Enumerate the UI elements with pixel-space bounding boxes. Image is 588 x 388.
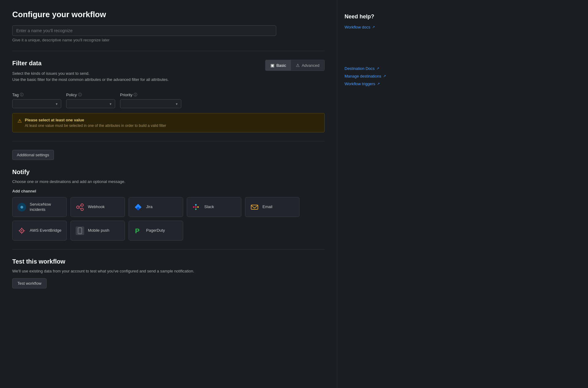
channel-grid: ⊕ ServiceNow incidents xyxy=(12,197,325,241)
svg-point-13 xyxy=(21,230,22,231)
warning-title: Please select at least one value xyxy=(25,118,166,122)
channel-slack-label: Slack xyxy=(204,204,214,210)
advanced-icon: ⚠ xyxy=(296,63,300,68)
channel-webhook[interactable]: Webhook xyxy=(70,197,125,217)
destination-docs-external-icon: ↗ xyxy=(376,67,379,70)
divider-3 xyxy=(12,249,325,249)
destination-docs-label: Destination Docs xyxy=(345,66,375,71)
servicenow-icon: ⊕ xyxy=(17,203,26,211)
basic-icon: ▣ xyxy=(270,63,274,68)
additional-settings-button[interactable]: Additional settings xyxy=(12,150,54,160)
warning-icon: ⚠ xyxy=(17,118,22,124)
pagerduty-icon: P xyxy=(134,226,142,235)
svg-point-19 xyxy=(80,233,80,233)
filter-dropdowns: Tag ⓘ ▼ Policy ⓘ xyxy=(12,92,325,108)
svg-point-2 xyxy=(81,208,83,211)
slack-icon xyxy=(192,203,201,211)
workflow-docs-link[interactable]: Workflow docs ↗ xyxy=(345,25,415,29)
mobile-push-icon xyxy=(76,226,84,235)
test-section-title: Test this workflow xyxy=(12,258,325,265)
svg-rect-7 xyxy=(195,204,197,206)
channel-servicenow-label: ServiceNow incidents xyxy=(30,202,62,212)
filter-section-desc: Select the kinds of issues you want to s… xyxy=(12,70,169,82)
page-title: Configure your workflow xyxy=(12,10,325,19)
manage-destinations-link[interactable]: Manage destinations ↗ xyxy=(345,74,415,78)
policy-dropdown-wrapper: ▼ xyxy=(66,99,115,108)
need-help-title: Need help? xyxy=(345,13,415,20)
svg-text:P: P xyxy=(135,227,140,235)
add-channel-label: Add channel xyxy=(12,189,325,193)
tag-dropdown-group: Tag ⓘ ▼ xyxy=(12,92,61,108)
priority-info-icon[interactable]: ⓘ xyxy=(134,92,137,97)
priority-dropdown-group: Priority ⓘ ▼ xyxy=(120,92,181,108)
destination-docs-link[interactable]: Destination Docs ↗ xyxy=(345,66,415,71)
channel-pagerduty-label: PagerDuty xyxy=(146,228,165,233)
channel-jira[interactable]: Jira xyxy=(129,197,183,217)
svg-point-1 xyxy=(81,204,83,206)
jira-icon xyxy=(134,203,142,211)
tag-select[interactable] xyxy=(12,99,61,108)
policy-label: Policy ⓘ xyxy=(66,92,115,97)
test-workflow-button[interactable]: Test workflow xyxy=(12,278,47,288)
policy-info-icon[interactable]: ⓘ xyxy=(78,92,82,97)
channel-mobile-push[interactable]: Mobile push xyxy=(70,221,125,241)
svg-rect-11 xyxy=(251,205,258,209)
test-section: Test this workflow We'll use existing da… xyxy=(12,258,325,288)
filter-toggle-advanced[interactable]: ⚠ Advanced xyxy=(291,60,324,70)
channel-slack[interactable]: Slack xyxy=(187,197,241,217)
channel-email[interactable]: Email xyxy=(245,197,300,217)
workflow-name-hint: Give it a unique, descriptive name you'l… xyxy=(12,38,325,42)
policy-select[interactable] xyxy=(66,99,115,108)
divider-1 xyxy=(12,51,325,51)
priority-dropdown-wrapper: ▼ xyxy=(120,99,181,108)
svg-rect-10 xyxy=(195,206,197,208)
priority-select[interactable] xyxy=(120,99,181,108)
channel-aws-label: AWS EventBridge xyxy=(30,228,62,233)
svg-line-3 xyxy=(79,206,81,207)
warning-content: Please select at least one value At leas… xyxy=(25,118,166,128)
workflow-triggers-external-icon: ↗ xyxy=(377,82,380,86)
test-section-desc: We'll use existing data from your accoun… xyxy=(12,269,325,273)
notify-section-title: Notify xyxy=(12,169,325,176)
policy-dropdown-group: Policy ⓘ ▼ xyxy=(66,92,115,108)
svg-point-0 xyxy=(77,206,79,208)
channel-aws[interactable]: AWS EventBridge xyxy=(12,221,67,241)
sidebar: Need help? Workflow docs ↗ Destination D… xyxy=(337,0,423,388)
workflow-docs-external-icon: ↗ xyxy=(372,25,375,29)
workflow-triggers-link[interactable]: Workflow triggers ↗ xyxy=(345,82,415,86)
svg-line-4 xyxy=(79,208,81,209)
aws-icon xyxy=(17,226,26,235)
tag-info-icon[interactable]: ⓘ xyxy=(20,92,24,97)
svg-rect-8 xyxy=(195,208,197,210)
manage-destinations-external-icon: ↗ xyxy=(383,74,386,78)
filter-toggle-group: ▣ Basic ⚠ Advanced xyxy=(265,60,325,71)
warning-desc: At least one value must be selected in o… xyxy=(25,124,166,128)
filter-toggle-basic[interactable]: ▣ Basic xyxy=(266,60,291,70)
workflow-docs-label: Workflow docs xyxy=(345,25,370,29)
webhook-icon xyxy=(76,203,84,211)
channel-servicenow[interactable]: ⊕ ServiceNow incidents xyxy=(12,197,67,217)
channel-email-label: Email xyxy=(262,204,273,210)
filter-section: Filter data Select the kinds of issues y… xyxy=(12,60,325,132)
workflow-name-input[interactable] xyxy=(12,25,276,36)
priority-label: Priority ⓘ xyxy=(120,92,181,97)
filter-section-title: Filter data xyxy=(12,60,169,67)
notify-section: Notify Choose one or more destinations a… xyxy=(12,169,325,241)
notify-section-desc: Choose one or more destinations and add … xyxy=(12,179,325,184)
channel-jira-label: Jira xyxy=(146,204,153,210)
filter-warning-box: ⚠ Please select at least one value At le… xyxy=(12,113,325,132)
divider-2 xyxy=(12,141,325,141)
workflow-triggers-label: Workflow triggers xyxy=(345,82,375,86)
svg-rect-5 xyxy=(193,206,194,208)
channel-pagerduty[interactable]: P PagerDuty xyxy=(129,221,183,241)
svg-rect-9 xyxy=(197,206,199,208)
tag-dropdown-wrapper: ▼ xyxy=(12,99,61,108)
channel-webhook-label: Webhook xyxy=(88,204,105,210)
tag-label: Tag ⓘ xyxy=(12,92,61,97)
channel-mobile-push-label: Mobile push xyxy=(88,228,109,233)
manage-destinations-label: Manage destinations xyxy=(345,74,381,78)
email-icon xyxy=(250,203,259,211)
